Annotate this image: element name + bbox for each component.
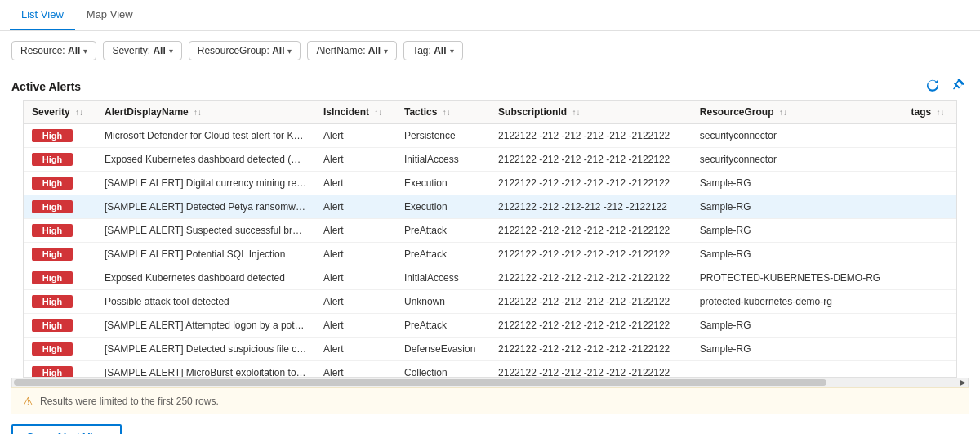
section-action-icons: [923, 77, 969, 96]
scroll-right-icon[interactable]: ▶: [960, 378, 966, 387]
cell-tags: [903, 148, 956, 172]
cell-severity: High: [24, 219, 96, 243]
col-tags: tags ↑↓: [903, 101, 956, 124]
footer-notice: ⚠ Results were limited to the first 250 …: [11, 387, 969, 414]
cell-tactics: Persistence: [396, 124, 490, 148]
chevron-down-icon: ▾: [384, 47, 388, 56]
table-row[interactable]: High[SAMPLE ALERT] Detected Petya ransom…: [24, 195, 956, 219]
cell-alertdisplayname: [SAMPLE ALERT] Digital currency mining r…: [96, 172, 315, 195]
cell-alertdisplayname: [SAMPLE ALERT] MicroBurst exploitation t…: [96, 361, 315, 378]
table-row[interactable]: High[SAMPLE ALERT] Suspected successful …: [24, 219, 956, 243]
table-scroll-area[interactable]: Severity ↑↓ AlertDisplayName ↑↓ IsIncide…: [23, 100, 957, 378]
sort-icon[interactable]: ↑↓: [779, 108, 787, 117]
cell-tags: [903, 172, 956, 195]
severity-badge: High: [32, 271, 73, 284]
bottom-bar: Open Alert View: [0, 414, 980, 434]
sort-icon[interactable]: ↑↓: [937, 108, 945, 117]
filter-tag[interactable]: Tag: All ▾: [403, 41, 462, 60]
cell-severity: High: [24, 266, 96, 290]
cell-alertdisplayname: Exposed Kubernetes dashboard detected (P…: [96, 148, 315, 172]
cell-subscriptionid: 2122122 -212 -212 -212 -212 -2122122: [490, 243, 692, 266]
table-header-row: Severity ↑↓ AlertDisplayName ↑↓ IsIncide…: [24, 101, 956, 124]
cell-tags: [903, 243, 956, 266]
severity-badge: High: [32, 366, 73, 378]
chevron-down-icon: ▾: [287, 47, 292, 56]
cell-isincident: Alert: [315, 172, 396, 195]
table-row[interactable]: High[SAMPLE ALERT] Attempted logon by a …: [24, 314, 956, 338]
cell-alertdisplayname: Possible attack tool detected: [96, 290, 315, 314]
cell-subscriptionid: 2122122 -212 -212 -212 -212 -2122122: [490, 338, 692, 361]
sort-icon[interactable]: ↑↓: [194, 108, 202, 117]
cell-subscriptionid: 2122122 -212 -212 -212 -212 -2122122: [490, 266, 692, 290]
tab-map-view[interactable]: Map View: [75, 0, 145, 30]
refresh-icon[interactable]: [923, 77, 942, 96]
table-row[interactable]: HighPossible attack tool detectedAlertUn…: [24, 290, 956, 314]
scrollbar-thumb: [14, 379, 826, 386]
chevron-down-icon: ▾: [169, 47, 173, 56]
filter-resourcegroup[interactable]: ResourceGroup: All ▾: [189, 41, 301, 60]
cell-tactics: Unknown: [396, 290, 490, 314]
filter-severity[interactable]: Severity: All ▾: [103, 41, 181, 60]
cell-severity: High: [24, 243, 96, 266]
table-row[interactable]: HighExposed Kubernetes dashboard detecte…: [24, 148, 956, 172]
cell-tactics: InitialAccess: [396, 148, 490, 172]
cell-resourcegroup: Sample-RG: [692, 338, 903, 361]
table-row[interactable]: High[SAMPLE ALERT] Detected suspicious f…: [24, 338, 956, 361]
alerts-table: Severity ↑↓ AlertDisplayName ↑↓ IsIncide…: [24, 101, 956, 378]
cell-tags: [903, 124, 956, 148]
table-row[interactable]: HighExposed Kubernetes dashboard detecte…: [24, 266, 956, 290]
cell-severity: High: [24, 124, 96, 148]
filter-severity-label: Severity: All: [112, 45, 165, 56]
cell-tags: [903, 195, 956, 219]
cell-subscriptionid: 2122122 -212 -212 -212 -212 -2122122: [490, 361, 692, 378]
cell-resourcegroup: Sample-RG: [692, 243, 903, 266]
open-alert-view-button[interactable]: Open Alert View: [11, 424, 122, 434]
cell-isincident: Alert: [315, 219, 396, 243]
table-row[interactable]: High[SAMPLE ALERT] Digital currency mini…: [24, 172, 956, 195]
table-container: Severity ↑↓ AlertDisplayName ↑↓ IsIncide…: [11, 100, 969, 378]
cell-tactics: PreAttack: [396, 243, 490, 266]
sort-icon[interactable]: ↑↓: [443, 108, 451, 117]
cell-isincident: Alert: [315, 195, 396, 219]
sort-icon[interactable]: ↑↓: [572, 108, 580, 117]
pin-icon[interactable]: [949, 77, 969, 96]
severity-badge: High: [32, 153, 73, 166]
cell-severity: High: [24, 195, 96, 219]
tab-list-view[interactable]: List View: [10, 0, 75, 30]
cell-isincident: Alert: [315, 314, 396, 338]
tab-bar: List View Map View: [0, 0, 980, 31]
cell-tags: [903, 361, 956, 378]
cell-isincident: Alert: [315, 148, 396, 172]
cell-isincident: Alert: [315, 361, 396, 378]
cell-severity: High: [24, 290, 96, 314]
cell-alertdisplayname: Microsoft Defender for Cloud test alert …: [96, 124, 315, 148]
severity-badge: High: [32, 200, 73, 213]
cell-isincident: Alert: [315, 338, 396, 361]
cell-resourcegroup: [692, 361, 903, 378]
table-row[interactable]: High[SAMPLE ALERT] MicroBurst exploitati…: [24, 361, 956, 378]
col-subscriptionid: SubscriptionId ↑↓: [490, 101, 692, 124]
col-resourcegroup: ResourceGroup ↑↓: [692, 101, 903, 124]
col-tactics: Tactics ↑↓: [396, 101, 490, 124]
filter-resource[interactable]: Resource: All ▾: [11, 41, 96, 60]
severity-badge: High: [32, 342, 73, 356]
sort-icon[interactable]: ↑↓: [374, 108, 382, 117]
sort-icon[interactable]: ↑↓: [75, 108, 83, 117]
cell-tactics: PreAttack: [396, 219, 490, 243]
severity-badge: High: [32, 177, 73, 190]
table-row[interactable]: High[SAMPLE ALERT] Potential SQL Injecti…: [24, 243, 956, 266]
table-row[interactable]: HighMicrosoft Defender for Cloud test al…: [24, 124, 956, 148]
cell-alertdisplayname: Exposed Kubernetes dashboard detected: [96, 266, 315, 290]
cell-tags: [903, 219, 956, 243]
horizontal-scrollbar[interactable]: ▶: [11, 378, 969, 387]
cell-subscriptionid: 2122122 -212 -212 -212 -212 -2122122: [490, 124, 692, 148]
cell-severity: High: [24, 338, 96, 361]
filter-alertname[interactable]: AlertName: All ▾: [307, 41, 397, 60]
col-alertdisplayname: AlertDisplayName ↑↓: [96, 101, 315, 124]
cell-tags: [903, 266, 956, 290]
severity-badge: High: [32, 248, 73, 261]
cell-subscriptionid: 2122122 -212 -212 -212 -212 -2122122: [490, 314, 692, 338]
cell-tags: [903, 314, 956, 338]
filter-resourcegroup-label: ResourceGroup: All: [198, 45, 285, 56]
section-header: Active Alerts: [0, 70, 980, 100]
